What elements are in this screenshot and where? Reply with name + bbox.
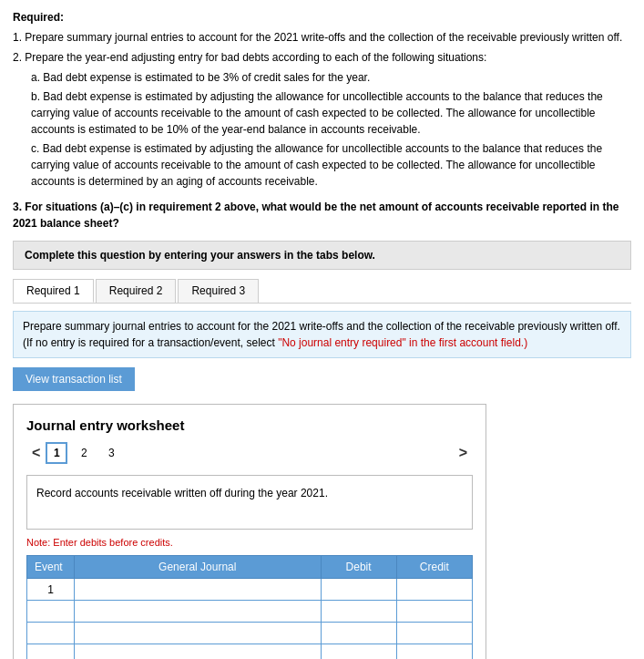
journal-cell-1[interactable]	[75, 579, 322, 601]
complete-banner: Complete this question by entering your …	[13, 241, 631, 270]
journal-table: Event General Journal Debit Credit 1	[26, 555, 473, 659]
prev-page-button[interactable]: <	[26, 445, 46, 461]
instruction-note-suffix: in the first account field.)	[406, 336, 527, 349]
table-row	[27, 644, 473, 660]
journal-cell-3[interactable]	[75, 623, 322, 644]
tab-required-3[interactable]: Required 3	[178, 279, 259, 303]
journal-input-1[interactable]	[80, 583, 315, 596]
event-cell-1: 1	[27, 579, 75, 601]
table-header-row: Event General Journal Debit Credit	[27, 556, 473, 579]
col-header-event: Event	[27, 556, 75, 579]
credit-input-2[interactable]	[403, 605, 466, 618]
worksheet-container: Journal entry worksheet < 1 2 3 > Record…	[13, 404, 486, 659]
instruction-box: Prepare summary journal entries to accou…	[13, 311, 631, 358]
instruction-note-prefix: (If no entry is required for a transacti…	[23, 336, 278, 349]
page-1-button[interactable]: 1	[46, 442, 67, 464]
credit-input-4[interactable]	[403, 649, 466, 660]
instruction-note-quoted: "No journal entry required"	[278, 336, 406, 349]
note-text: Note: Enter debits before credits.	[26, 537, 473, 548]
table-row	[27, 623, 473, 644]
page-3-button[interactable]: 3	[100, 442, 122, 464]
event-cell-2	[27, 601, 75, 623]
instruction-main: Prepare summary journal entries to accou…	[23, 320, 620, 333]
debit-input-4[interactable]	[327, 649, 391, 660]
required-section: Required: 1. Prepare summary journal ent…	[13, 9, 631, 232]
complete-banner-text: Complete this question by entering your …	[25, 249, 375, 262]
sub-items: a. Bad debt expense is estimated to be 3…	[31, 69, 631, 190]
credit-cell-2[interactable]	[396, 601, 472, 623]
record-description-text: Record accounts receivable written off d…	[36, 487, 328, 499]
credit-cell-3[interactable]	[396, 623, 472, 644]
item1-text: 1. Prepare summary journal entries to ac…	[13, 29, 631, 46]
next-page-button[interactable]: >	[454, 445, 473, 461]
debit-cell-2[interactable]	[321, 601, 396, 623]
page-2-button[interactable]: 2	[73, 442, 95, 464]
tabs-row: Required 1 Required 2 Required 3	[13, 279, 631, 304]
debit-cell-4[interactable]	[321, 644, 396, 660]
credit-input-3[interactable]	[403, 627, 466, 640]
item3-text: 3. For situations (a)–(c) in requirement…	[13, 199, 631, 232]
journal-cell-2[interactable]	[75, 601, 322, 623]
event-cell-4	[27, 644, 75, 660]
table-row	[27, 601, 473, 623]
journal-table-body: 1	[27, 579, 473, 660]
sub-a-text: a. Bad debt expense is estimated to be 3…	[31, 69, 631, 86]
tab-required-2[interactable]: Required 2	[96, 279, 177, 303]
pagination-row: < 1 2 3 >	[26, 442, 473, 464]
credit-cell-4[interactable]	[396, 644, 472, 660]
credit-input-1[interactable]	[403, 583, 466, 596]
col-header-credit: Credit	[396, 556, 472, 579]
table-row: 1	[27, 579, 473, 601]
journal-cell-4[interactable]	[75, 644, 322, 660]
journal-input-4[interactable]	[80, 649, 315, 660]
chevron-left-icon: <	[32, 445, 40, 460]
sub-b-text: b. Bad debt expense is estimated by adju…	[31, 88, 631, 138]
tab-required-1[interactable]: Required 1	[13, 279, 94, 303]
debit-input-2[interactable]	[327, 605, 391, 618]
credit-cell-1[interactable]	[396, 579, 472, 601]
debit-cell-3[interactable]	[321, 623, 396, 644]
debit-cell-1[interactable]	[321, 579, 396, 601]
chevron-right-icon: >	[459, 445, 467, 460]
journal-input-3[interactable]	[80, 627, 315, 640]
worksheet-title: Journal entry worksheet	[26, 417, 473, 433]
view-transaction-button[interactable]: View transaction list	[13, 367, 135, 391]
sub-c-text: c. Bad debt expense is estimated by adju…	[31, 140, 631, 190]
required-label: Required:	[13, 11, 64, 24]
record-description-box: Record accounts receivable written off d…	[26, 475, 473, 530]
col-header-debit: Debit	[321, 556, 396, 579]
item2-text: 2. Prepare the year-end adjusting entry …	[13, 49, 631, 66]
event-cell-3	[27, 623, 75, 644]
debit-input-3[interactable]	[327, 627, 391, 640]
col-header-journal: General Journal	[75, 556, 322, 579]
debit-input-1[interactable]	[327, 583, 391, 596]
journal-input-2[interactable]	[80, 605, 315, 618]
